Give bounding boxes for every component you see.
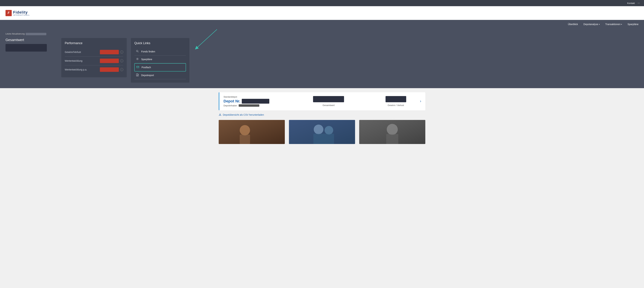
perf-label-gewinn: Gewinn/Verlust — [65, 51, 100, 53]
perf-row-gewinn: Gewinn/Verlust i — [65, 48, 123, 57]
depot-chevron-right[interactable]: › — [420, 99, 421, 104]
nav-bar: Überblick Depotanalyse ▾ Transaktionen ▾… — [0, 20, 644, 28]
gesamtwert-value-redacted — [6, 44, 47, 52]
info-icon-gewinn[interactable]: i — [120, 50, 123, 54]
ql-item-sparplane[interactable]: Sparpläne — [134, 55, 186, 63]
depot-value-block: Gesamtwert — [286, 96, 372, 107]
brand-name: Fidelity — [13, 10, 28, 14]
perf-value-redacted — [100, 50, 119, 54]
ql-label-depotreport: Depotreport — [141, 74, 154, 77]
logo-bar: f Fidelity INTERNATIONAL — [0, 6, 644, 20]
menu-dots[interactable]: ··· — [638, 1, 640, 5]
svg-rect-19 — [386, 134, 398, 144]
svg-line-1 — [138, 52, 138, 52]
performance-panel: Performance Gewinn/Verlust i Wertentwick… — [61, 38, 127, 77]
performance-title: Performance — [65, 41, 123, 45]
perf-label-wertentwicklung-pa: Wertentwicklung p.a. — [65, 68, 100, 71]
ql-item-depotreport[interactable]: Depotreport — [134, 71, 186, 79]
last-update-value-redacted — [26, 33, 46, 35]
depot-nr-prefix: Depot Nr. — [224, 99, 240, 104]
chevron-down-icon: ▾ — [599, 23, 600, 25]
perf-label-wertentwicklung: Wertentwicklung — [65, 59, 100, 62]
depot-gain-label: Gewinn / Verlust — [379, 104, 413, 107]
ql-item-postfach[interactable]: Postfach — [134, 63, 186, 71]
nav-item-transaktionen[interactable]: Transaktionen ▾ — [605, 23, 622, 26]
image-card-2[interactable] — [289, 120, 355, 144]
nav-item-depotanalyse[interactable]: Depotanalyse ▾ — [584, 23, 600, 26]
depot-card: Standarddepot Depot Nr. Depotinhaber: Ge… — [219, 92, 425, 110]
perf-row-wertentwicklung: Wertentwicklung i — [65, 57, 123, 65]
top-bar: Kontakt ··· — [0, 0, 644, 6]
svg-rect-15 — [314, 134, 334, 144]
depot-nr-redacted — [242, 99, 269, 104]
svg-point-14 — [324, 126, 333, 135]
left-panel: Gesamtwert — [6, 38, 57, 52]
ql-label-postfach: Postfach — [142, 66, 151, 69]
contact-link[interactable]: Kontakt — [627, 2, 635, 4]
download-icon — [219, 113, 222, 117]
ql-label-fonds: Fonds finden — [141, 50, 155, 53]
logo-text-block: Fidelity INTERNATIONAL — [13, 10, 30, 16]
perf-value-block: i — [100, 50, 123, 54]
svg-line-6 — [196, 29, 217, 48]
perf-value-redacted-2 — [100, 59, 119, 63]
perf-row-wertentwicklung-pa: Wertentwicklung p.a. i — [65, 65, 123, 74]
chevron-down-icon: ▾ — [621, 23, 622, 25]
depot-type-label: Standarddepot — [224, 96, 278, 98]
image-card-1[interactable] — [219, 120, 285, 144]
dashboard: Letzte Aktualisierung: Gesamtwert Perfor… — [0, 28, 644, 88]
depot-inhaber-row: Depotinhaber: — [224, 104, 278, 107]
nav-item-sparplane[interactable]: Sparpläne — [628, 23, 638, 26]
depot-value-redacted — [313, 96, 344, 102]
info-icon-wertentwicklung[interactable]: i — [120, 59, 123, 62]
ql-label-sparplane: Sparpläne — [141, 58, 152, 61]
logo-icon: f — [6, 10, 12, 16]
svg-point-9 — [240, 125, 250, 136]
nav-item-ueberblick[interactable]: Überblick — [568, 23, 578, 26]
depot-gesamtwert-label: Gesamtwert — [286, 104, 372, 107]
last-update: Letzte Aktualisierung: — [6, 33, 638, 35]
logo-container[interactable]: f Fidelity INTERNATIONAL — [6, 10, 30, 16]
depot-info: Standarddepot Depot Nr. Depotinhaber: — [224, 96, 278, 107]
svg-point-13 — [314, 125, 324, 134]
perf-value-redacted-3 — [100, 67, 119, 72]
gear-icon — [136, 58, 139, 61]
csv-label: Depotübersicht als CSV herunterladen — [223, 113, 264, 116]
image-cards — [219, 120, 425, 147]
search-icon — [136, 50, 139, 53]
gesamtwert-label: Gesamtwert — [6, 38, 57, 42]
perf-value-block-3: i — [100, 67, 123, 72]
postfach-arrow — [169, 28, 220, 55]
svg-rect-3 — [136, 66, 139, 68]
svg-point-2 — [137, 58, 138, 59]
depot-gain-redacted — [386, 96, 406, 102]
depot-inhaber-redacted — [239, 104, 259, 107]
svg-point-0 — [136, 50, 138, 52]
info-icon-wertentwicklung-pa[interactable]: i — [120, 68, 123, 71]
csv-link[interactable]: Depotübersicht als CSV herunterladen — [219, 113, 425, 117]
doc-icon — [136, 74, 139, 77]
depot-gain-block: Gewinn / Verlust — [379, 96, 413, 107]
perf-value-block-2: i — [100, 59, 123, 63]
svg-point-18 — [387, 124, 398, 135]
dashboard-grid: Gesamtwert Performance Gewinn/Verlust i … — [6, 38, 638, 83]
svg-rect-8 — [219, 120, 285, 144]
depot-inhaber-label: Depotinhaber: — [224, 104, 238, 107]
depot-nr-row: Depot Nr. — [224, 99, 278, 104]
mail-icon — [136, 66, 140, 69]
quick-links-panel: Quick Links Fonds finden Spar — [131, 38, 190, 83]
brand-sub: INTERNATIONAL — [13, 14, 30, 16]
depot-section: Standarddepot Depot Nr. Depotinhaber: Ge… — [0, 88, 644, 151]
svg-rect-10 — [240, 135, 250, 144]
image-card-3[interactable] — [359, 120, 425, 144]
